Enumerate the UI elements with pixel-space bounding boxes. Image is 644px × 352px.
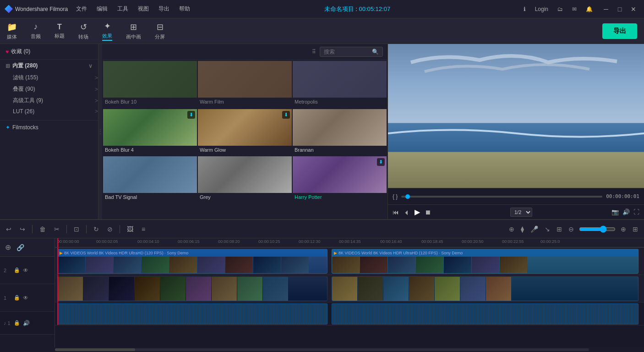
video-clip-3[interactable] [57,276,327,301]
toolbar-audio[interactable]: ♪ 音频 [31,22,41,40]
lut-section[interactable]: LUT (26) > [0,106,98,116]
toolbar-title[interactable]: T 标题 [55,23,65,39]
menu-tools[interactable]: 工具 [114,3,132,15]
clip-thumb [460,277,486,301]
stop-button[interactable]: ⏹ [425,209,431,216]
clip-thumb [263,277,288,301]
video-clip-1[interactable]: ▶ 8K VIDEOS World 8K Videos HDR UltraHD … [57,249,327,274]
volume-icon[interactable]: 🔊 [622,209,630,215]
play-button[interactable]: ▶ [415,208,420,216]
cut-button[interactable]: ✂ [53,224,61,234]
time-ruler: 00:00:00:00 00:00:02:05 00:00:04:10 00:0… [55,238,644,248]
snap-button[interactable]: ⊕ [508,224,516,234]
toolbar-split[interactable]: ⊟ 分屏 [155,22,165,40]
undo-button[interactable]: ↩ [5,224,13,234]
effect-item-bokeh10[interactable]: Bokeh Blur 10 [103,61,197,107]
delete-button[interactable]: 🗑 [38,224,47,234]
audio-clip-1[interactable] [57,303,327,324]
grid-view-button[interactable]: ⠿ [312,49,316,55]
effect-thumb-brannan [293,109,387,146]
folder-icon[interactable]: 🗂 [555,5,566,14]
color-button[interactable]: ⊘ [106,224,114,234]
effect-brannan[interactable]: Brannan [293,109,387,155]
step-back-button[interactable]: ⏴ [404,209,410,216]
filter-section[interactable]: 滤镜 (155) > [0,72,98,83]
timeline-scrollbar[interactable] [0,347,644,352]
mic-button[interactable]: 🎤 [529,224,540,234]
bell-icon[interactable]: 🔔 [583,5,595,14]
quality-select[interactable]: 1/2 1/4 Full [510,208,532,217]
login-button[interactable]: Login [532,5,551,14]
track-2-visibility-icon[interactable]: 👁 [23,267,28,274]
effect-item-warmfilm[interactable]: Warm Film [198,61,292,107]
export-button[interactable]: 导出 [602,23,637,39]
menu-view[interactable]: 视图 [134,3,153,15]
advanced-tools-section[interactable]: 高级工具 (9) > [0,95,98,106]
preview-seekbar[interactable] [401,196,602,198]
effect-bad-tv[interactable]: Bad TV Signal [103,156,197,203]
effect-warm-glow[interactable]: ⬇ Warm Glow [198,109,292,155]
track-2-lock-icon[interactable]: 🔒 [14,267,20,273]
toolbar-separator-3 [86,225,87,233]
video-clip-2[interactable]: ▶ 8K VIDEOS World 8K Videos HDR UltraHD … [332,249,639,274]
crop-button[interactable]: ⊡ [72,224,81,234]
menu-file[interactable]: 文件 [72,3,91,15]
settings-button[interactable]: ⊞ [631,224,639,234]
effect-harry-potter[interactable]: ⬇ Harry Potter [293,156,387,203]
track-1-visibility-icon[interactable]: 👁 [23,295,28,301]
toolbar-pip[interactable]: ⊞ 画中画 [126,22,141,40]
plus-button[interactable]: ⊕ [619,224,628,234]
zoom-slider[interactable] [579,226,616,233]
ruler-10: 00:00:20:50 [462,239,484,244]
favorites-section[interactable]: ♥ 收藏 (0) [0,44,98,59]
search-input[interactable] [324,49,370,55]
video-clip-4[interactable] [332,276,639,301]
menu-edit[interactable]: 编辑 [93,3,111,15]
link-button[interactable]: 🔗 [15,242,26,253]
menu-help[interactable]: 帮助 [175,3,194,15]
track-2-number: 2 [4,268,11,273]
prev-frame-button[interactable]: ⏮ [393,209,399,216]
voiceover-button[interactable]: ↘ [543,224,551,234]
screenshot-icon[interactable]: 📷 [611,209,619,215]
minimize-button[interactable]: ─ [600,3,612,15]
builtin-section[interactable]: ⊞ 内置 (280) ∨ [0,60,98,72]
info-icon[interactable]: ℹ [521,5,529,14]
download-icon-bokeh4[interactable]: ⬇ [187,111,195,119]
download-icon-warmglow[interactable]: ⬇ [282,111,290,119]
rotate-button[interactable]: ↻ [92,224,100,234]
timeline-body: ⊕ 🔗 2 🔒 👁 1 🔒 👁 ♪ 1 🔒 🔊 [0,238,644,347]
track-1-lock-icon[interactable]: 🔒 [14,295,20,301]
search-icon[interactable]: 🔍 [372,49,379,55]
audio-icon: ♪ [34,22,38,32]
effect-name-badtv: Bad TV Signal [103,193,197,203]
menu-export[interactable]: 导出 [155,3,173,15]
lut-arrow: > [95,108,98,115]
panel-divider[interactable]: ⋮ [98,44,102,219]
add-track-button[interactable]: ⊕ [4,242,12,253]
marker-button[interactable]: ⧫ [519,224,525,234]
audio-volume-icon[interactable]: 🔊 [23,320,30,326]
redo-button[interactable]: ↪ [18,224,27,234]
audio-lock-icon[interactable]: 🔒 [14,320,20,326]
minus-button[interactable]: ⊖ [567,224,575,234]
image-button[interactable]: 🖼 [126,224,135,234]
mail-icon[interactable]: ✉ [569,5,579,14]
audio-clip-2[interactable] [332,303,639,324]
toolbar-transition[interactable]: ↺ 转场 [78,22,88,40]
filmstocks-section[interactable]: ✦ Filmstocks [0,121,98,134]
effect-item-metropolis[interactable]: Metropolis [293,61,387,107]
toolbar-effects[interactable]: ✦ 效果 [102,21,112,41]
overlay-section[interactable]: 叠覆 (90) > [0,83,98,95]
pip-tl-button[interactable]: ⊞ [555,224,563,234]
audio-adjust-button[interactable]: ≡ [140,224,147,234]
scrollbar-thumb[interactable] [55,348,135,351]
timeline-tracks[interactable]: 00:00:00:00 00:00:02:05 00:00:04:10 00:0… [55,238,644,347]
maximize-button[interactable]: □ [614,3,626,15]
effect-bokeh-blur-4[interactable]: ⬇ Bokeh Blur 4 [103,109,197,155]
toolbar-media[interactable]: 📁 媒体 [7,22,17,40]
effect-grey[interactable]: Grey [198,156,292,203]
close-button[interactable]: ✕ [628,3,639,15]
download-icon-harrypotter[interactable]: ⬇ [377,158,385,166]
fullscreen-icon[interactable]: ⛶ [633,209,639,215]
